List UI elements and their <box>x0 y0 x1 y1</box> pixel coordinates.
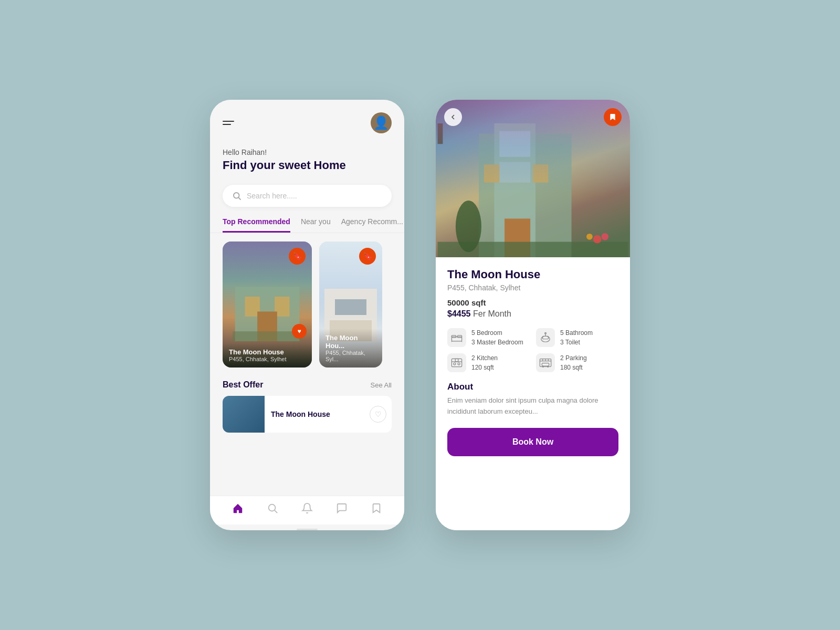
best-offer-section: Best Offer See All The Moon House ♡ <box>210 376 404 496</box>
bedroom-icon <box>447 328 466 347</box>
svg-point-46 <box>542 366 544 368</box>
bell-icon <box>301 502 313 514</box>
greeting-hello: Hello Raihan! <box>223 148 392 156</box>
tab-near-you[interactable]: Near you <box>301 217 331 233</box>
offer-heart-icon[interactable]: ♡ <box>370 406 386 423</box>
see-all-button[interactable]: See All <box>371 381 392 389</box>
bathroom-text: 5 Bathroom 3 Toilet <box>560 328 593 347</box>
search-nav-icon <box>267 502 278 514</box>
amenity-bathroom: 5 Bathroom 3 Toilet <box>536 328 618 347</box>
nav-search[interactable] <box>267 502 278 514</box>
parking-text: 2 Parking 180 sqft <box>560 353 587 372</box>
offer-card-1[interactable]: The Moon House ♡ <box>223 396 392 433</box>
amenities-grid: 5 Bedroom 3 Master Bedroom 5 Bathroom 3 … <box>447 328 618 372</box>
bookmark-nav-icon <box>371 502 382 514</box>
property-cards-section: 🔖 ♥ The Moon House P455, Chhatak, Sylhet… <box>210 233 404 376</box>
home-indicator <box>297 529 318 530</box>
svg-point-47 <box>547 366 549 368</box>
bookmark-badge-1[interactable]: 🔖 <box>289 248 306 265</box>
svg-rect-8 <box>335 299 366 315</box>
home-icon <box>232 502 244 514</box>
bathroom-icon <box>536 328 555 347</box>
toilet-icon-svg <box>540 332 551 343</box>
offer-card-image <box>223 396 265 433</box>
user-avatar[interactable] <box>371 112 392 133</box>
bedroom-text: 5 Bedroom 3 Master Bedroom <box>471 328 523 347</box>
best-offer-header: Best Offer See All <box>223 380 392 390</box>
back-button[interactable] <box>444 108 462 126</box>
best-offer-title: Best Offer <box>223 380 263 390</box>
nav-home[interactable] <box>232 502 244 514</box>
svg-rect-26 <box>452 335 456 338</box>
left-phone: Hello Raihan! Find your sweet Home Searc… <box>210 100 404 530</box>
amenity-parking: 2 Parking 180 sqft <box>536 353 618 372</box>
bottom-nav <box>210 496 404 524</box>
amenity-kitchen: 2 Kitchen 120 sqft <box>447 353 530 372</box>
detail-property-name: The Moon House <box>447 268 618 281</box>
nav-notifications[interactable] <box>301 502 313 514</box>
card-info-2: The Moon Hou... P455, Chhatak, Syl... <box>319 329 382 368</box>
svg-rect-6 <box>233 331 302 341</box>
svg-rect-27 <box>457 335 461 338</box>
tab-top-recommended[interactable]: Top Recommended <box>223 217 290 233</box>
search-placeholder: Search here..... <box>247 192 297 200</box>
detail-price-value: $4455 <box>447 309 471 318</box>
heart-badge-1[interactable]: ♥ <box>292 324 307 339</box>
detail-bookmark-button[interactable] <box>604 108 622 126</box>
detail-price-period: Fer Month <box>473 309 511 318</box>
svg-point-37 <box>454 363 456 365</box>
right-phone: The Moon House P455, Chhatak, Sylhet 500… <box>436 100 630 530</box>
search-bar[interactable]: Search here..... <box>223 185 392 207</box>
svg-point-0 <box>234 193 239 198</box>
detail-bookmark-icon <box>608 113 617 121</box>
greeting-section: Hello Raihan! Find your sweet Home <box>210 140 404 178</box>
property-card-2[interactable]: 🔖 The Moon Hou... P455, Chhatak, Syl... <box>319 242 382 368</box>
svg-point-20 <box>456 201 481 252</box>
detail-property-size: 50000 sqft <box>447 298 618 307</box>
tabs-bar: Top Recommended Near you Agency Recomm..… <box>210 213 404 233</box>
about-section: About Enim veniam dolor sint ipsum culpa… <box>447 382 618 417</box>
card-info-1: The Moon House P455, Chhatak, Sylhet <box>223 343 312 368</box>
svg-rect-39 <box>455 359 458 362</box>
svg-rect-35 <box>452 359 461 366</box>
card-address-2: P455, Chhatak, Syl... <box>326 350 376 362</box>
kitchen-icon-svg <box>451 358 463 368</box>
bookmark-badge-2[interactable]: 🔖 <box>359 248 376 265</box>
detail-hero-image <box>436 100 630 257</box>
card-name-2: The Moon Hou... <box>326 334 376 350</box>
phone-header <box>210 100 404 140</box>
detail-content: The Moon House P455, Chhatak, Sylhet 500… <box>436 257 630 530</box>
svg-point-24 <box>601 233 608 240</box>
garage-icon-svg <box>539 358 552 368</box>
kitchen-icon <box>447 353 466 372</box>
svg-point-38 <box>458 363 460 365</box>
detail-property-address: P455, Chhatak, Sylhet <box>447 284 618 292</box>
about-title: About <box>447 382 618 392</box>
svg-point-22 <box>593 235 602 244</box>
svg-point-10 <box>269 505 276 511</box>
amenity-bedroom: 5 Bedroom 3 Master Bedroom <box>447 328 530 347</box>
card-address-1: P455, Chhatak, Sylhet <box>229 356 306 362</box>
greeting-title: Find your sweet Home <box>223 159 392 172</box>
nav-messages[interactable] <box>336 502 348 514</box>
card-name-1: The Moon House <box>229 348 306 356</box>
nav-bookmarks[interactable] <box>371 502 382 514</box>
sky-gradient <box>436 100 630 194</box>
back-icon <box>449 113 457 121</box>
bed-icon-svg <box>451 333 463 342</box>
kitchen-text: 2 Kitchen 120 sqft <box>471 353 498 372</box>
offer-card-name: The Moon House <box>265 410 370 418</box>
svg-point-23 <box>586 234 593 240</box>
parking-icon <box>536 353 555 372</box>
book-now-button[interactable]: Book Now <box>447 428 618 456</box>
property-card-1[interactable]: 🔖 ♥ The Moon House P455, Chhatak, Sylhet <box>223 242 312 368</box>
search-icon <box>232 191 242 201</box>
svg-line-1 <box>238 197 240 200</box>
about-text: Enim veniam dolor sint ipsum culpa magna… <box>447 395 618 417</box>
svg-rect-45 <box>542 363 549 366</box>
svg-line-11 <box>275 510 277 513</box>
chat-icon <box>336 502 348 514</box>
tab-agency[interactable]: Agency Recomm... <box>341 217 403 233</box>
detail-property-price: $4455 Fer Month <box>447 309 618 319</box>
hamburger-menu[interactable] <box>223 121 234 125</box>
